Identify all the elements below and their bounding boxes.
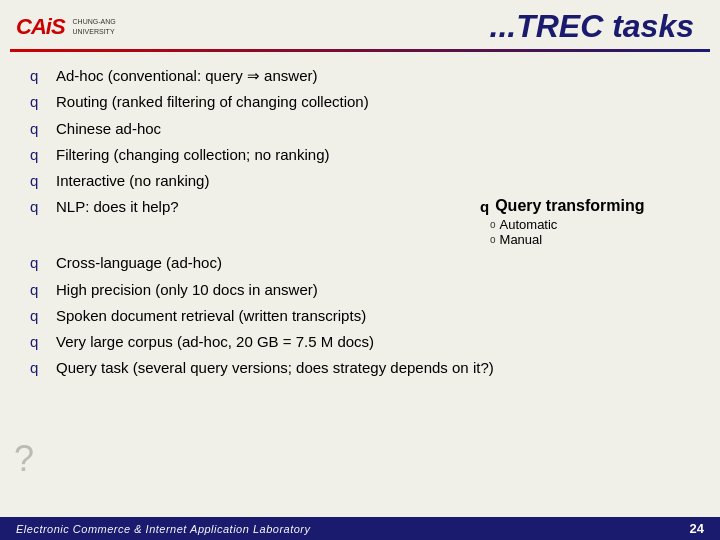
- sub-item-text: Manual: [500, 232, 543, 247]
- list-item: q Chinese ad-hoc: [30, 119, 690, 139]
- item-text: High precision (only 10 docs in answer): [56, 280, 690, 300]
- bullet-icon: q: [30, 198, 44, 215]
- bullet-icon: q: [30, 333, 44, 350]
- bullet-icon: q: [30, 254, 44, 271]
- footer-lab-name: Electronic Commerce & Internet Applicati…: [16, 523, 311, 535]
- bullet-icon: q: [30, 307, 44, 324]
- bullet-icon: q: [30, 146, 44, 163]
- qt-bullet: q: [480, 198, 489, 215]
- sub-bullet-icon: o: [490, 219, 496, 230]
- bullet-icon: q: [30, 93, 44, 110]
- item-text: Cross-language (ad-hoc): [56, 253, 690, 273]
- logo-subtitle: CHUNG-ANG UNIVERSITY: [73, 17, 153, 35]
- bullet-icon: q: [30, 172, 44, 189]
- divider: [10, 49, 710, 52]
- item-text: Interactive (no ranking): [56, 171, 690, 191]
- footer: Electronic Commerce & Internet Applicati…: [0, 517, 720, 540]
- title-area: ...TREC tasks: [153, 8, 704, 45]
- content-area: q Ad-hoc (conventional: query ⇒ answer) …: [0, 60, 720, 391]
- item-text: Query task (several query versions; does…: [56, 358, 690, 378]
- list-item: q High precision (only 10 docs in answer…: [30, 280, 690, 300]
- sub-item-manual: o Manual: [490, 232, 557, 247]
- watermark-icon: ?: [14, 438, 34, 480]
- query-transforming-label: q Query transforming: [480, 197, 645, 215]
- bullet-icon: q: [30, 359, 44, 376]
- list-item: q Spoken document retrieval (written tra…: [30, 306, 690, 326]
- list-item: q Ad-hoc (conventional: query ⇒ answer): [30, 66, 690, 86]
- sub-item-automatic: o Automatic: [490, 217, 557, 232]
- logo-area: CAiS CHUNG-ANG UNIVERSITY: [16, 14, 153, 40]
- page-title: ...TREC tasks: [489, 8, 694, 44]
- item-text: Filtering (changing collection; no ranki…: [56, 145, 690, 165]
- query-transforming-block: q Query transforming o Automatic o Manua…: [480, 197, 690, 247]
- list-item: q Cross-language (ad-hoc): [30, 253, 690, 273]
- logo-icon: CAiS: [16, 14, 65, 40]
- sub-bullet-icon: o: [490, 234, 496, 245]
- nlp-row: q NLP: does it help? q Query transformin…: [30, 197, 690, 247]
- nlp-left: q NLP: does it help?: [30, 197, 470, 217]
- bullet-icon: q: [30, 281, 44, 298]
- bullet-icon: q: [30, 120, 44, 137]
- item-text: Routing (ranked filtering of changing co…: [56, 92, 690, 112]
- list-item: q Filtering (changing collection; no ran…: [30, 145, 690, 165]
- list-item: q Query task (several query versions; do…: [30, 358, 690, 378]
- item-text: Chinese ad-hoc: [56, 119, 690, 139]
- list-item: q Very large corpus (ad-hoc, 20 GB = 7.5…: [30, 332, 690, 352]
- list-item: q Interactive (no ranking): [30, 171, 690, 191]
- sub-item-text: Automatic: [500, 217, 558, 232]
- nlp-text: NLP: does it help?: [56, 197, 470, 217]
- bullet-icon: q: [30, 67, 44, 84]
- item-text: Ad-hoc (conventional: query ⇒ answer): [56, 66, 690, 86]
- page-number: 24: [690, 521, 704, 536]
- item-text: Very large corpus (ad-hoc, 20 GB = 7.5 M…: [56, 332, 690, 352]
- sub-items: o Automatic o Manual: [490, 217, 557, 247]
- list-item: q Routing (ranked filtering of changing …: [30, 92, 690, 112]
- qt-text: Query transforming: [495, 197, 644, 215]
- item-text: Spoken document retrieval (written trans…: [56, 306, 690, 326]
- header: CAiS CHUNG-ANG UNIVERSITY ...TREC tasks: [0, 0, 720, 49]
